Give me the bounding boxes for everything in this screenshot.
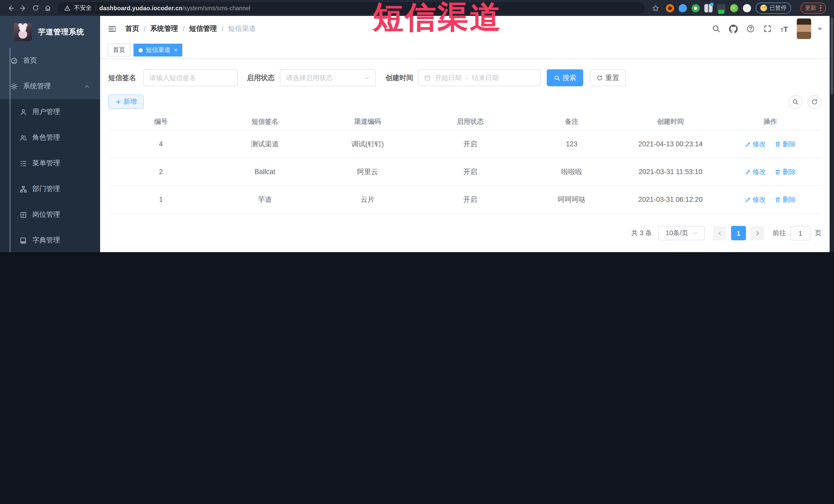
sidebar-item-dict-management[interactable]: 字典管理 <box>0 227 100 252</box>
breadcrumb-home[interactable]: 首页 <box>125 24 139 34</box>
forward-icon[interactable] <box>18 2 29 14</box>
tags-view-bar: 首页 短信渠道 × <box>100 42 830 59</box>
hamburger-icon[interactable] <box>108 24 116 33</box>
menu-list-icon <box>20 159 27 167</box>
home-icon[interactable] <box>42 2 53 14</box>
user-icon <box>20 108 27 116</box>
page-size-select[interactable]: 10条/页 <box>658 226 705 240</box>
breadcrumb-system[interactable]: 系统管理 <box>150 24 178 34</box>
active-dot <box>139 48 143 52</box>
extension-icon-on-badge[interactable] <box>717 4 725 12</box>
chevron-down-icon <box>692 231 698 236</box>
sidebar-item-role-management[interactable]: 角色管理 <box>0 125 100 151</box>
edit-icon <box>745 169 751 175</box>
refresh-table-icon[interactable] <box>808 95 821 109</box>
app-logo[interactable]: 芋道管理系统 <box>0 16 100 48</box>
search-icon <box>554 75 560 81</box>
help-icon[interactable] <box>747 25 755 33</box>
font-size-icon[interactable]: TT <box>781 24 788 33</box>
trash-icon <box>775 169 781 175</box>
delete-link[interactable]: 删除 <box>775 167 796 176</box>
sidebar-item-user-management[interactable]: 用户管理 <box>0 99 100 125</box>
extension-icon-tabs[interactable] <box>704 4 712 12</box>
breadcrumb-current: 短信渠道 <box>228 24 256 34</box>
navbar-actions: TT <box>712 19 822 39</box>
calendar-icon <box>424 74 431 81</box>
reset-button[interactable]: 重置 <box>590 69 626 86</box>
fullscreen-icon[interactable] <box>764 25 772 33</box>
start-date-input[interactable]: 开始日期 <box>435 73 462 82</box>
user-avatar[interactable] <box>797 19 811 39</box>
extension-icon-orange[interactable] <box>666 4 674 12</box>
back-icon[interactable] <box>5 2 17 14</box>
sidebar-item-post-management[interactable]: 岗位管理 <box>0 202 100 227</box>
users-icon <box>20 134 27 141</box>
sidebar-item-dept-management[interactable]: 部门管理 <box>0 176 100 202</box>
show-search-icon[interactable] <box>789 95 803 109</box>
add-button[interactable]: 新增 <box>108 94 144 109</box>
update-button[interactable]: 更新 <box>800 2 826 14</box>
scrollbar-thumb[interactable] <box>830 18 833 94</box>
tab-home[interactable]: 首页 <box>108 44 130 57</box>
sign-input[interactable]: 请输入短信签名 <box>143 69 238 86</box>
current-page[interactable]: 1 <box>731 226 746 240</box>
edit-link[interactable]: 修改 <box>745 167 766 176</box>
end-date-input[interactable]: 结束日期 <box>472 73 499 82</box>
col-sign: 短信签名 <box>214 113 316 130</box>
profile-paused-badge[interactable]: 已暂停 <box>756 2 791 14</box>
col-id: 编号 <box>108 113 214 130</box>
caret-down-icon[interactable] <box>818 27 822 30</box>
breadcrumb-sms[interactable]: 短信管理 <box>189 24 217 34</box>
badge-icon <box>20 211 27 219</box>
tab-sms-channel[interactable]: 短信渠道 × <box>133 44 182 57</box>
search-icon[interactable] <box>712 25 721 33</box>
goto-page-input[interactable]: 1 <box>790 226 811 240</box>
page-url: dashboard.yudao.iocoder.cn/system/sms/sm… <box>99 5 250 11</box>
edit-link[interactable]: 修改 <box>745 195 766 204</box>
sidebar-item-system-management[interactable]: 系统管理 <box>0 73 100 99</box>
col-status: 启用状态 <box>419 113 522 130</box>
emoji-avatar <box>760 5 767 11</box>
sidebar-item-home[interactable]: 首页 <box>0 48 100 73</box>
delete-link[interactable]: 删除 <box>775 195 796 204</box>
table-header-row: 编号 短信签名 渠道编码 启用状态 备注 创建时间 操作 <box>108 113 821 130</box>
toolbar-right <box>789 95 821 109</box>
pagination: 共 3 条 10条/页 1 前往 1 页 <box>108 226 821 240</box>
extension-icon-green[interactable] <box>730 4 738 12</box>
sidebar-item-menu-management[interactable]: 菜单管理 <box>0 151 100 176</box>
table-row: 1 芋道 云片 开启 呵呵呵哒 2021-03-31 06:12:20 修改 删… <box>108 185 821 213</box>
divider <box>95 5 96 11</box>
system-submenu: 用户管理 角色管理 菜单管理 部门管理 岗位管理 <box>0 99 100 252</box>
status-select[interactable]: 请选择启用状态 <box>280 69 376 86</box>
prev-page-button[interactable] <box>713 226 726 240</box>
sidebar: 芋道管理系统 首页 系统管理 用户管理 角色管理 <box>0 16 100 252</box>
address-bar[interactable]: 不安全 dashboard.yudao.iocoder.cn/system/sm… <box>58 2 645 14</box>
table-row: 4 测试渠道 调试(钉钉) 开启 123 2021-04-13 00:23:14… <box>108 130 821 158</box>
edit-link[interactable]: 修改 <box>745 139 766 149</box>
bookmark-star-icon[interactable] <box>650 2 661 14</box>
extension-icon-pin[interactable] <box>679 4 687 12</box>
extension-icon-check[interactable] <box>692 4 700 12</box>
close-icon[interactable]: × <box>174 47 177 53</box>
kebab-menu-icon[interactable] <box>820 5 821 11</box>
col-code: 渠道编码 <box>316 113 419 130</box>
dashboard-icon <box>10 57 18 64</box>
next-page-button[interactable] <box>751 226 764 240</box>
reload-icon[interactable] <box>30 2 41 14</box>
col-actions: 操作 <box>719 113 821 130</box>
window-scrollbar[interactable] <box>830 16 834 252</box>
table-toolbar: 新增 <box>108 94 821 109</box>
refresh-icon <box>596 75 603 81</box>
github-icon[interactable] <box>729 24 738 33</box>
table-row: 2 Ballcat 阿里云 开启 啦啦啦 2021-03-31 11:53:10… <box>108 158 821 185</box>
delete-link[interactable]: 删除 <box>775 139 796 149</box>
dict-book-icon <box>20 237 27 244</box>
screen: 不安全 dashboard.yudao.iocoder.cn/system/sm… <box>0 0 834 252</box>
goto-label: 前往 <box>773 228 786 238</box>
sidebar-scrollbar[interactable] <box>9 48 10 252</box>
search-button[interactable]: 搜索 <box>547 69 583 86</box>
date-range-picker[interactable]: 开始日期 - 结束日期 <box>418 69 541 86</box>
puzzle-icon[interactable] <box>743 4 751 12</box>
col-time: 创建时间 <box>622 113 719 130</box>
chevron-up-icon <box>84 84 90 89</box>
